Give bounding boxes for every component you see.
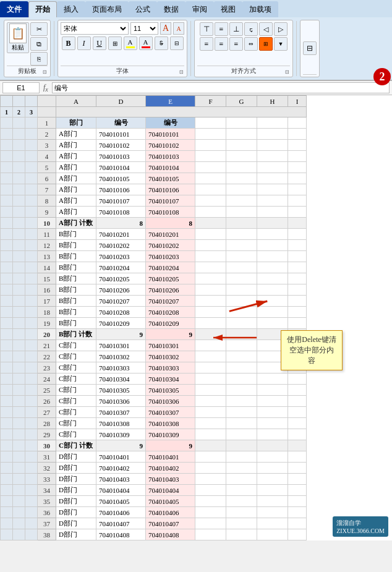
cut-button[interactable]: ✂ (30, 22, 48, 36)
align-top-button[interactable]: ⊤ (200, 22, 213, 36)
cell-i-38[interactable] (288, 529, 307, 540)
borders-button[interactable]: ⊞ (108, 36, 122, 50)
align-middle-button[interactable]: ≡ (215, 22, 228, 36)
cell-h-33[interactable] (257, 474, 288, 485)
align-center-button[interactable]: ≡ (215, 37, 228, 51)
cell-dept-26[interactable]: C部门 (56, 396, 96, 407)
cell-f-26[interactable] (195, 396, 226, 407)
cell-i-25[interactable] (288, 385, 307, 396)
cell-i-29[interactable] (288, 429, 307, 440)
paste-button[interactable]: 📋 粘贴 (7, 22, 29, 53)
cell-h-14[interactable] (257, 262, 288, 273)
cell-dept-12[interactable]: B部门 (56, 240, 96, 251)
cell-dept-6[interactable]: A部门 (56, 173, 96, 184)
cell-f-34[interactable] (195, 485, 226, 496)
cell-code-e-33[interactable]: 704010403 (146, 474, 195, 485)
cell-g-15[interactable] (226, 273, 257, 284)
cell-f-38[interactable] (195, 529, 226, 540)
cell-dept-8[interactable]: A部门 (56, 195, 96, 207)
cell-f-35[interactable] (195, 496, 226, 507)
cell-h-16[interactable] (257, 284, 288, 296)
col-i-header[interactable]: I (288, 96, 307, 107)
strikethrough-button[interactable]: S̶ (155, 36, 168, 50)
cell-f-6[interactable] (195, 173, 226, 184)
cell-f-36[interactable] (195, 507, 226, 518)
cell-code-d-15[interactable]: 704010205 (96, 273, 146, 284)
cell-code-e-10[interactable]: 8 (146, 218, 195, 229)
tab-page-layout[interactable]: 页面布局 (85, 1, 129, 17)
cell-f-4[interactable] (195, 151, 226, 162)
font-name-select[interactable]: 宋体 (61, 22, 129, 35)
cell-code-e-5[interactable]: 704010104 (146, 162, 195, 173)
cell-h-1[interactable] (257, 117, 288, 129)
col-e-header[interactable]: E (146, 96, 195, 107)
cell-i-18[interactable] (288, 307, 307, 318)
cell-code-d-21[interactable]: 704010301 (96, 340, 146, 351)
cell-dept-5[interactable]: A部门 (56, 162, 96, 173)
cell-code-e-14[interactable]: 704010204 (146, 262, 195, 273)
cell-h-27[interactable] (257, 407, 288, 418)
cell-dept-11[interactable]: B部门 (56, 229, 96, 240)
cell-g-25[interactable] (226, 385, 257, 396)
cell-g-17[interactable] (226, 296, 257, 307)
cell-h-28[interactable] (257, 418, 288, 429)
cell-code-d-8[interactable]: 704010107 (96, 195, 146, 207)
cell-f-16[interactable] (195, 284, 226, 296)
cell-h-26[interactable] (257, 396, 288, 407)
cell-i-26[interactable] (288, 396, 307, 407)
extra-button[interactable]: ⊟ (303, 41, 317, 55)
cell-h-6[interactable] (257, 173, 288, 184)
cell-f-7[interactable] (195, 184, 226, 195)
cell-dept-13[interactable]: B部门 (56, 251, 96, 262)
cell-g-1[interactable] (226, 117, 257, 129)
cell-h-30[interactable] (257, 440, 288, 451)
cell-code-d-16[interactable]: 704010206 (96, 284, 146, 296)
col-f-header[interactable]: F (195, 96, 226, 107)
cell-dept-29[interactable]: C部门 (56, 429, 96, 440)
cell-h-24[interactable] (257, 374, 288, 385)
outline-level-1[interactable]: 1 (1, 107, 13, 117)
cell-code-d-6[interactable]: 704010105 (96, 173, 146, 184)
cell-f-2[interactable] (195, 129, 226, 140)
cell-i-28[interactable] (288, 418, 307, 429)
cell-i-24[interactable] (288, 374, 307, 385)
cell-g-35[interactable] (226, 496, 257, 507)
cell-code-e-35[interactable]: 704010405 (146, 496, 195, 507)
cell-code-d-19[interactable]: 704010209 (96, 318, 146, 329)
format-painter-button[interactable]: ⎘ (30, 52, 48, 66)
cell-g-8[interactable] (226, 195, 257, 207)
cell-g-23[interactable] (226, 362, 257, 374)
cell-g-2[interactable] (226, 129, 257, 140)
cell-dept-3[interactable]: A部门 (56, 140, 96, 151)
cell-h-12[interactable] (257, 240, 288, 251)
cell-i-7[interactable] (288, 184, 307, 195)
cell-g-18[interactable] (226, 307, 257, 318)
increase-font-size-button[interactable]: A (160, 22, 171, 35)
align-right-button[interactable]: ≡ (229, 37, 243, 51)
cell-i-12[interactable] (288, 240, 307, 251)
indent-decrease-button[interactable]: ◁ (259, 22, 273, 36)
cell-code-d-36[interactable]: 704010406 (96, 507, 146, 518)
cell-code-d-35[interactable]: 704010405 (96, 496, 146, 507)
cell-dept-19[interactable]: B部门 (56, 318, 96, 329)
clipboard-expand-icon[interactable]: ⊡ (43, 69, 49, 75)
cell-h-3[interactable] (257, 140, 288, 151)
cell-code-d-25[interactable]: 704010305 (96, 385, 146, 396)
text-direction-button[interactable]: ꞔ (244, 22, 258, 36)
cell-h-29[interactable] (257, 429, 288, 440)
cell-code-d-31[interactable]: 704010401 (96, 451, 146, 463)
cell-code-e-13[interactable]: 704010203 (146, 251, 195, 262)
cell-h-19[interactable] (257, 318, 288, 329)
cell-code-d-10[interactable]: 8 (96, 218, 146, 229)
cell-code-d-26[interactable]: 704010306 (96, 396, 146, 407)
cell-dept-35[interactable]: D部门 (56, 496, 96, 507)
cell-i-34[interactable] (288, 485, 307, 496)
cell-code-e-12[interactable]: 704010202 (146, 240, 195, 251)
cell-dept-18[interactable]: B部门 (56, 307, 96, 318)
cell-dept-25[interactable]: C部门 (56, 385, 96, 396)
font-color-button[interactable]: A (139, 36, 153, 50)
cell-h-17[interactable] (257, 296, 288, 307)
cell-code-d-34[interactable]: 704010404 (96, 485, 146, 496)
cell-g-37[interactable] (226, 518, 257, 529)
cell-g-6[interactable] (226, 173, 257, 184)
